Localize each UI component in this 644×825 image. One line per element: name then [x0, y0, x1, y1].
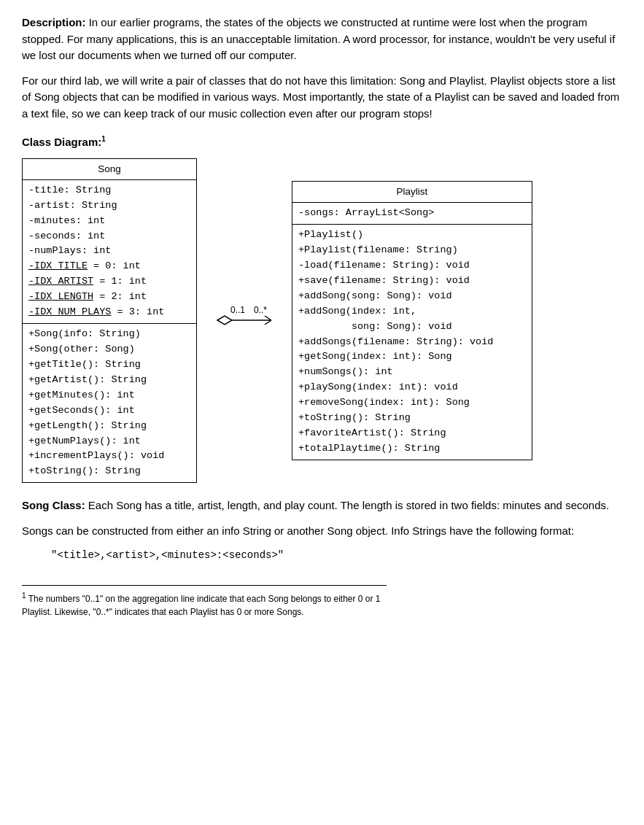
song-method-9: +incrementPlays(): void	[28, 449, 190, 464]
song-field-title: -title: String	[28, 183, 190, 198]
song-field-artist: -artist: String	[28, 198, 190, 214]
svg-line-3	[265, 320, 271, 325]
song-uml-box: Song -title: String -artist: String -min…	[22, 158, 197, 484]
playlist-method-5: +addSong(song: Song): void	[298, 289, 526, 304]
class-diagram-superscript: 1	[101, 135, 106, 143]
song-method-7: +getLength(): String	[28, 419, 190, 434]
song-method-5: +getMinutes(): int	[28, 388, 190, 403]
footnote-text: The numbers "0..1" on the aggregation li…	[22, 594, 381, 617]
song-method-8: +getNumPlays(): int	[28, 434, 190, 449]
song-class-para1: Song Class: Each Song has a title, artis…	[22, 497, 622, 514]
connector-svg: 0..1 0..*	[204, 298, 284, 342]
playlist-method-7: +addSongs(filename: String): void	[298, 335, 526, 350]
song-field-idx-numplays: -IDX_NUM_PLAYS = 3: int	[28, 305, 190, 320]
svg-marker-1	[217, 316, 232, 325]
song-field-seconds: -seconds: int	[28, 229, 190, 244]
song-field-minutes: -minutes: int	[28, 214, 190, 229]
footnote: 1 The numbers "0..1" on the aggregation …	[22, 585, 387, 619]
description-para1-text: In our earlier programs, the states of t…	[22, 16, 615, 61]
svg-line-2	[265, 316, 271, 320]
svg-text:0..*: 0..*	[254, 305, 267, 315]
playlist-method-14: +totalPlaytime(): String	[298, 441, 526, 457]
song-fields-section: -title: String -artist: String -minutes:…	[23, 180, 196, 324]
playlist-method-11: +removeSong(index: int): Song	[298, 395, 526, 411]
footnote-superscript: 1	[22, 594, 28, 604]
song-method-2: +Song(other: Song)	[28, 342, 190, 357]
song-methods-section: +Song(info: String) +Song(other: Song) +…	[23, 324, 196, 482]
playlist-method-8: +getSong(index: int): Song	[298, 349, 526, 365]
aggregation-connector: 0..1 0..*	[197, 298, 292, 342]
description-bold-label: Description:	[22, 16, 86, 28]
description-para1: Description: In our earlier programs, th…	[22, 15, 622, 64]
playlist-field-songs: -songs: ArrayList<Song>	[298, 206, 526, 221]
playlist-method-1: +Playlist()	[298, 228, 526, 243]
playlist-method-6b: song: Song): void	[298, 319, 526, 335]
class-diagram-title: Class Diagram:1	[22, 133, 622, 151]
class-diagram-label-text: Class Diagram:	[22, 136, 101, 148]
class-diagram: Song -title: String -artist: String -min…	[22, 158, 622, 484]
song-method-3: +getTitle(): String	[28, 357, 190, 373]
playlist-method-10: +playSong(index: int): void	[298, 380, 526, 395]
song-class-para2: Songs can be constructed from either an …	[22, 523, 622, 540]
svg-text:0..1: 0..1	[230, 305, 245, 315]
song-method-4: +getArtist(): String	[28, 373, 190, 388]
song-class-para1-text: Each Song has a title, artist, length, a…	[88, 499, 609, 511]
song-method-6: +getSeconds(): int	[28, 403, 190, 419]
code-example: "<title>,<artist>,<minutes>:<seconds>"	[51, 548, 622, 563]
playlist-method-9: +numSongs(): int	[298, 365, 526, 380]
song-class-bold-label: Song Class:	[22, 499, 85, 511]
playlist-methods-section: +Playlist() +Playlist(filename: String) …	[292, 225, 532, 460]
song-field-idx-artist: -IDX_ARTIST = 1: int	[28, 274, 190, 290]
song-field-numplays: -numPlays: int	[28, 244, 190, 259]
playlist-method-4: +save(filename: String): void	[298, 274, 526, 289]
description-para2: For our third lab, we will write a pair …	[22, 73, 622, 123]
playlist-method-6: +addSong(index: int,	[298, 304, 526, 319]
playlist-class-header: Playlist	[292, 182, 532, 203]
playlist-method-3: -load(filename: String): void	[298, 258, 526, 274]
song-field-idx-title: -IDX_TITLE = 0: int	[28, 259, 190, 274]
song-method-10: +toString(): String	[28, 464, 190, 479]
playlist-method-2: +Playlist(filename: String)	[298, 243, 526, 258]
playlist-method-12: +toString(): String	[298, 411, 526, 426]
song-class-header: Song	[23, 159, 196, 180]
song-field-idx-length: -IDX_LENGTH = 2: int	[28, 290, 190, 305]
playlist-uml-box: Playlist -songs: ArrayList<Song> +Playli…	[292, 181, 532, 460]
description-section: Description: In our earlier programs, th…	[22, 15, 622, 122]
playlist-method-13: +favoriteArtist(): String	[298, 426, 526, 441]
playlist-fields-section: -songs: ArrayList<Song>	[292, 203, 532, 225]
song-method-1: +Song(info: String)	[28, 327, 190, 342]
